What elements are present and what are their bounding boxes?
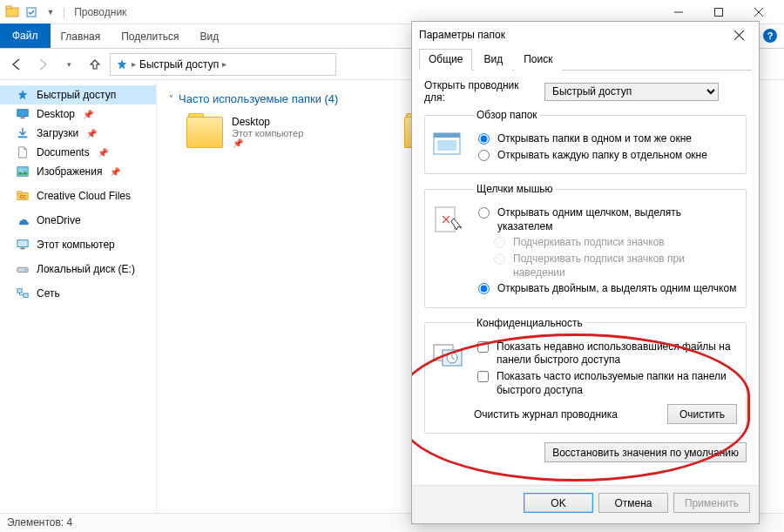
radio-new-window[interactable] [478, 150, 490, 161]
checkbox-label: Показать недавно использовавшиеся файлы … [497, 340, 737, 367]
radio-label: Открывать каждую папку в отдельном окне [497, 149, 737, 163]
sidebar-item-creativecloud[interactable]: CC Creative Cloud Files [0, 186, 156, 205]
tab-home[interactable]: Главная [51, 25, 112, 48]
tab-share[interactable]: Поделиться [111, 25, 189, 48]
radio-label: Подчеркивать подписи значков при наведен… [513, 253, 737, 279]
chevron-right-icon: ▸ [132, 59, 136, 69]
forward-button[interactable] [31, 53, 54, 76]
clear-button[interactable]: Очистить [667, 404, 737, 424]
svg-point-18 [25, 269, 27, 271]
pin-icon: 📌 [233, 138, 303, 148]
address-bar[interactable]: ▸ Быстрый доступ ▸ [110, 53, 336, 76]
svg-rect-2 [27, 8, 36, 17]
sidebar-item-label: Локальный диск (E:) [37, 263, 135, 275]
ok-button[interactable]: OK [524, 493, 593, 513]
pictures-icon [16, 165, 30, 178]
clear-history-label: Очистить журнал проводника [474, 408, 659, 421]
checkbox-recent-files[interactable] [477, 341, 489, 353]
breadcrumb-item[interactable]: Быстрый доступ [139, 58, 219, 71]
cc-icon: CC [16, 189, 30, 203]
dialog-tab-search[interactable]: Поиск [514, 49, 562, 71]
sidebar-item-drive-e[interactable]: Локальный диск (E:) [0, 259, 156, 279]
radio-label: Открывать одним щелчком, выделять указат… [497, 206, 737, 233]
group-legend: Конфиденциальность [474, 317, 585, 329]
folder-icon [186, 117, 223, 148]
click-items-icon [432, 204, 465, 237]
network-icon [16, 286, 30, 300]
sidebar-item-label: Desktop [37, 108, 75, 120]
browse-folders-icon [432, 130, 465, 163]
svg-rect-8 [20, 118, 24, 119]
window-title: Проводник [74, 6, 126, 18]
downloads-icon [16, 126, 30, 140]
browse-folders-group: Обзор папок Открывать папки в одном и то… [424, 109, 747, 174]
sidebar-item-downloads[interactable]: Загрузки 📌 [0, 124, 156, 143]
svg-rect-1 [6, 6, 11, 9]
sidebar-item-label: OneDrive [37, 214, 81, 226]
dialog-title: Параметры папок [419, 29, 505, 41]
sidebar-item-label: Creative Cloud Files [37, 190, 131, 202]
quickaccess-star-icon [116, 58, 128, 71]
documents-icon [16, 145, 30, 159]
recent-locations-button[interactable]: ▾ [57, 53, 80, 76]
sidebar-item-network[interactable]: Сеть [0, 284, 156, 303]
sidebar-item-desktop[interactable]: Desktop 📌 [0, 104, 156, 124]
status-text: Элементов: 4 [7, 516, 72, 529]
cancel-button[interactable]: Отмена [598, 493, 668, 513]
dialog-close-button[interactable] [726, 22, 752, 48]
click-items-group: Щелчки мышью Открывать одним щелчком, вы… [424, 183, 747, 308]
svg-rect-26 [437, 140, 456, 151]
qat-item-icon[interactable] [24, 5, 38, 19]
dialog-tab-view[interactable]: Вид [474, 49, 512, 71]
svg-rect-9 [18, 137, 28, 138]
radio-single-click[interactable] [478, 207, 490, 219]
svg-rect-15 [17, 240, 28, 247]
sidebar-item-pictures[interactable]: Изображения 📌 [0, 162, 156, 181]
group-legend: Обзор папок [474, 109, 540, 121]
svg-rect-27 [436, 207, 455, 232]
onedrive-icon [16, 213, 30, 227]
sidebar-item-thispc[interactable]: Этот компьютер [0, 235, 156, 254]
open-explorer-label: Открыть проводник для: [424, 79, 537, 104]
privacy-icon [432, 338, 465, 371]
checkbox-frequent-folders[interactable] [477, 371, 489, 382]
radio-underline-always [494, 237, 505, 248]
sidebar-item-quickaccess[interactable]: Быстрый доступ [0, 85, 156, 104]
folder-item-desktop[interactable]: Desktop Этот компьютер 📌 [186, 112, 378, 152]
sidebar-item-label: Загрузки [37, 127, 78, 139]
sidebar-item-label: Этот компьютер [37, 239, 115, 251]
tab-view[interactable]: Вид [189, 25, 229, 48]
folder-sub: Этот компьютер [232, 128, 303, 138]
dialog-footer: OK Отмена Применить [412, 485, 759, 523]
sidebar-item-onedrive[interactable]: OneDrive [0, 211, 156, 230]
radio-underline-hover [494, 253, 505, 265]
checkbox-label: Показать часто используемые папки на пан… [497, 370, 737, 397]
chevron-right-icon: ▸ [222, 59, 226, 69]
svg-point-11 [19, 169, 21, 171]
help-button[interactable]: ? [756, 24, 784, 48]
sidebar-item-documents[interactable]: Documents 📌 [0, 143, 156, 162]
file-tab[interactable]: Файл [0, 24, 51, 48]
pin-icon: 📌 [86, 129, 97, 138]
pin-icon: 📌 [98, 148, 108, 158]
svg-rect-16 [20, 248, 24, 250]
up-button[interactable] [84, 53, 106, 76]
radio-double-click[interactable] [478, 283, 490, 294]
radio-label: Открывать папки в одном и том же окне [497, 132, 737, 146]
svg-text:CC: CC [20, 194, 27, 199]
back-button[interactable] [5, 53, 28, 76]
qat-dropdown-icon[interactable]: ▼ [44, 5, 57, 19]
apply-button[interactable]: Применить [673, 493, 750, 513]
radio-same-window[interactable] [478, 133, 490, 145]
group-legend: Щелчки мышью [474, 183, 556, 195]
dialog-tab-general[interactable]: Общие [419, 49, 472, 71]
pin-icon: 📌 [83, 110, 93, 119]
open-explorer-select[interactable]: Быстрый доступ [544, 83, 719, 101]
svg-rect-19 [17, 289, 22, 293]
svg-rect-7 [17, 110, 28, 117]
svg-rect-4 [715, 8, 723, 16]
restore-defaults-button[interactable]: Восстановить значения по умолчанию [544, 442, 747, 462]
group-header-label: Часто используемые папки (4) [179, 92, 338, 105]
svg-rect-25 [434, 133, 460, 138]
radio-label: Открывать двойным, а выделять одним щелч… [497, 282, 737, 296]
